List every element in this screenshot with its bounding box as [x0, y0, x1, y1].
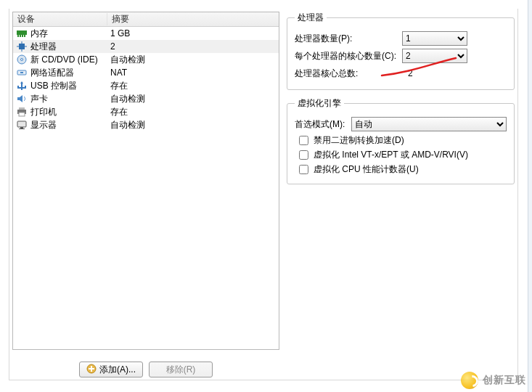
total-cores-value: 2 — [402, 68, 413, 78]
device-summary: 2 — [110, 41, 115, 52]
svg-rect-19 — [19, 128, 25, 129]
svg-rect-5 — [19, 44, 25, 49]
svg-rect-3 — [22, 35, 23, 37]
cores-per-processor-row: 每个处理器的核心数量(C): 2 — [295, 47, 507, 65]
device-name: 打印机 — [30, 106, 110, 118]
total-cores-row: 处理器核心总数: 2 — [295, 65, 507, 82]
add-button[interactable]: 添加(A)... — [79, 362, 143, 377]
device-list: 设备 摘要 内存1 GB处理器2新 CD/DVD (IDE)自动检测网络适配器N… — [12, 12, 279, 350]
virtualization-group: 虚拟化引擎 首选模式(M): 自动 禁用二进制转换加速(D) 虚拟化 Intel… — [287, 97, 515, 184]
left-column: 设备 摘要 内存1 GB处理器2新 CD/DVD (IDE)自动检测网络适配器N… — [9, 9, 282, 356]
svg-rect-17 — [17, 121, 26, 127]
memory-icon — [16, 28, 28, 39]
svg-rect-13 — [20, 72, 23, 73]
device-rows: 内存1 GB处理器2新 CD/DVD (IDE)自动检测网络适配器NATUSB … — [13, 27, 279, 131]
device-summary: 存在 — [110, 106, 128, 118]
svg-rect-22 — [89, 368, 94, 369]
svg-rect-1 — [17, 35, 19, 37]
svg-rect-4 — [24, 35, 25, 37]
processor-count-row: 处理器数量(P): 1 — [295, 30, 507, 47]
device-summary: 自动检测 — [110, 119, 145, 131]
window-edge — [528, 0, 532, 392]
svg-rect-16 — [19, 113, 25, 116]
virtualize-perf-counters-label: 虚拟化 CPU 性能计数器(U) — [314, 163, 419, 176]
device-row[interactable]: 处理器2 — [13, 40, 279, 53]
device-name: USB 控制器 — [30, 80, 110, 92]
add-button-label: 添加(A)... — [99, 364, 136, 376]
device-summary: 自动检测 — [110, 93, 145, 105]
device-name: 显示器 — [30, 119, 110, 131]
remove-button-label: 移除(R) — [166, 364, 196, 376]
device-name: 声卡 — [30, 93, 110, 105]
disable-binary-translation-label: 禁用二进制转换加速(D) — [314, 134, 404, 147]
processor-count-label: 处理器数量(P): — [295, 33, 402, 45]
device-list-header: 设备 摘要 — [13, 12, 279, 27]
svg-point-11 — [21, 59, 23, 61]
preferred-mode-label: 首选模式(M): — [295, 118, 351, 131]
right-column: 处理器 处理器数量(P): 1 每个处理器的核心数量(C): 2 处理器核心总数… — [287, 12, 515, 192]
device-summary: 存在 — [110, 80, 128, 92]
cpu-icon — [16, 41, 28, 52]
device-row[interactable]: 网络适配器NAT — [13, 66, 279, 79]
virtualize-vt-row: 虚拟化 Intel VT-x/EPT 或 AMD-V/RVI(V) — [295, 147, 507, 162]
device-summary: NAT — [110, 68, 127, 78]
disable-binary-translation-checkbox[interactable] — [299, 136, 308, 145]
virtualization-group-title: 虚拟化引擎 — [295, 97, 344, 110]
device-summary: 1 GB — [110, 28, 130, 38]
usb-icon — [16, 80, 28, 91]
display-icon — [16, 119, 28, 131]
svg-rect-0 — [17, 30, 27, 35]
virtualize-vt-label: 虚拟化 Intel VT-x/EPT 或 AMD-V/RVI(V) — [314, 149, 468, 161]
device-name: 新 CD/DVD (IDE) — [30, 54, 110, 66]
processor-group: 处理器 处理器数量(P): 1 每个处理器的核心数量(C): 2 处理器核心总数… — [287, 12, 515, 90]
watermark-logo-icon — [461, 372, 478, 389]
svg-rect-14 — [19, 107, 25, 110]
device-row[interactable]: 声卡自动检测 — [13, 92, 279, 105]
remove-button: 移除(R) — [149, 362, 213, 377]
device-name: 网络适配器 — [30, 67, 110, 79]
preferred-mode-select[interactable]: 自动 — [351, 117, 507, 131]
total-cores-label: 处理器核心总数: — [295, 68, 402, 80]
disable-binary-translation-row: 禁用二进制转换加速(D) — [295, 133, 507, 147]
printer-icon — [16, 106, 28, 118]
settings-panel: 设备 摘要 内存1 GB处理器2新 CD/DVD (IDE)自动检测网络适配器N… — [9, 9, 518, 380]
processor-count-select[interactable]: 1 — [402, 31, 467, 46]
device-name: 处理器 — [30, 41, 110, 53]
virtualize-perf-counters-checkbox[interactable] — [299, 165, 308, 174]
device-row[interactable]: USB 控制器存在 — [13, 79, 279, 92]
preferred-mode-row: 首选模式(M): 自动 — [295, 115, 507, 133]
svg-rect-2 — [20, 35, 21, 37]
cd-icon — [16, 54, 28, 65]
device-row[interactable]: 新 CD/DVD (IDE)自动检测 — [13, 53, 279, 66]
device-row[interactable]: 打印机存在 — [13, 105, 279, 118]
header-device[interactable]: 设备 — [13, 13, 107, 25]
sound-icon — [16, 93, 28, 105]
virtualize-perf-counters-row: 虚拟化 CPU 性能计数器(U) — [295, 162, 507, 176]
add-icon — [86, 364, 97, 376]
header-summary[interactable]: 摘要 — [107, 13, 279, 25]
processor-group-title: 处理器 — [295, 12, 327, 24]
button-row: 添加(A)... 移除(R) — [9, 359, 282, 380]
device-row[interactable]: 内存1 GB — [13, 27, 279, 40]
watermark-text: 创新互联 — [483, 374, 526, 387]
watermark: 创新互联 — [461, 372, 526, 389]
device-summary: 自动检测 — [110, 54, 145, 66]
device-row[interactable]: 显示器自动检测 — [13, 118, 279, 131]
network-icon — [16, 67, 28, 78]
virtualize-vt-checkbox[interactable] — [299, 150, 308, 160]
cores-per-processor-select[interactable]: 2 — [402, 49, 467, 63]
svg-rect-18 — [20, 127, 23, 128]
cores-per-processor-label: 每个处理器的核心数量(C): — [295, 50, 402, 62]
device-name: 内存 — [30, 28, 110, 40]
